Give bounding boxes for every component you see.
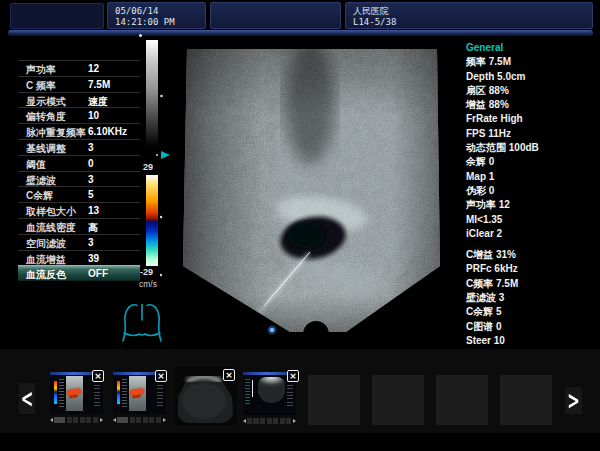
parameter-row-threshold[interactable]: 阈值 0 bbox=[18, 155, 140, 171]
filmstrip-frames bbox=[54, 417, 99, 423]
info-line-c-frequency: C频率 7.5M bbox=[466, 277, 598, 291]
chevron-left-icon: < bbox=[21, 384, 34, 413]
grayscale-top-marker bbox=[139, 34, 142, 37]
graymap-marker-dot bbox=[156, 154, 158, 156]
parameter-row-display-mode[interactable]: 显示模式 速度 bbox=[18, 92, 140, 108]
close-thumbnail-3-button[interactable]: × bbox=[223, 369, 235, 381]
empty-thumbnail-slot-1 bbox=[308, 375, 360, 425]
parameter-value: 7.5M bbox=[88, 79, 110, 90]
parameter-value: 6.10KHz bbox=[88, 126, 127, 137]
info-line-wall-filter: 壁滤波 3 bbox=[466, 291, 598, 305]
probe-model: L14-5/38 bbox=[353, 17, 396, 28]
thumbnail-colorbar bbox=[54, 381, 57, 404]
patient-info-box bbox=[210, 2, 341, 29]
velocity-unit-label: cm/s bbox=[139, 279, 157, 289]
parameter-row-wall-filter[interactable]: 壁滤波 3 bbox=[18, 171, 140, 187]
thumbnail-colorbar bbox=[117, 381, 120, 404]
parameter-value: OFF bbox=[88, 268, 108, 279]
parameter-row-line-density[interactable]: 血流线密度 高 bbox=[18, 218, 140, 234]
info-line-map: Map 1 bbox=[466, 170, 598, 184]
info-line-iclear: iClear 2 bbox=[466, 227, 598, 241]
color-doppler-bar bbox=[146, 175, 158, 266]
filmstrip-frames bbox=[117, 417, 162, 423]
chevron-right-icon: > bbox=[567, 386, 580, 415]
info-line-acoustic-power: 声功率 12 bbox=[466, 198, 598, 212]
info-section-title: General bbox=[466, 41, 598, 55]
date-text: 05/06/14 bbox=[115, 6, 158, 17]
close-icon: × bbox=[225, 370, 233, 380]
parameter-row-flow-invert-selected[interactable]: 血流反色 OFF bbox=[18, 265, 140, 281]
time-text: 14:21:00 PM bbox=[115, 17, 175, 28]
empty-thumbnail-slot-2 bbox=[372, 375, 424, 425]
thumbnail-annotation-text bbox=[122, 379, 127, 407]
info-section-gap bbox=[466, 241, 598, 248]
info-line-fps: FPS 11Hz bbox=[466, 127, 598, 141]
parameter-value: 13 bbox=[88, 205, 99, 216]
ultrasound-workstation-screen: 05/06/14 14:21:00 PM 人民医院 L14-5/38 声功率 1… bbox=[0, 0, 600, 451]
info-line-prfc: PRFc 6kHz bbox=[466, 262, 598, 276]
info-line-persistence: 余辉 0 bbox=[466, 155, 598, 169]
parameter-value: 5 bbox=[88, 189, 94, 200]
parameter-row-spatial-filter[interactable]: 空间滤波 3 bbox=[18, 234, 140, 250]
info-line-c-map: C图谱 0 bbox=[466, 320, 598, 334]
velocity-max-label: 29 bbox=[143, 162, 153, 172]
info-line-frequency: 频率 7.5M bbox=[466, 55, 598, 69]
thumbnail-filmstrip bbox=[50, 416, 103, 424]
focus-marker bbox=[268, 326, 277, 335]
close-icon: × bbox=[289, 371, 297, 381]
info-line-sector: 扇区 88% bbox=[466, 84, 598, 98]
parameter-value: 10 bbox=[88, 110, 99, 121]
info-line-dynamic-range: 动态范围 100dB bbox=[466, 141, 598, 155]
info-line-c-gain: C增益 31% bbox=[466, 248, 598, 262]
close-thumbnail-2-button[interactable]: × bbox=[155, 370, 167, 382]
thumbnail-image-area bbox=[258, 377, 285, 403]
hospital-name: 人民医院 bbox=[353, 6, 389, 17]
close-icon: × bbox=[157, 371, 165, 381]
info-line-gain: 增益 88% bbox=[466, 98, 598, 112]
parameter-row-packet-size[interactable]: 取样包大小 13 bbox=[18, 202, 140, 218]
parameter-row-acoustic-power[interactable]: 声功率 12 bbox=[18, 60, 140, 76]
parameter-label: 血流反色 bbox=[26, 268, 66, 282]
parameter-value: 3 bbox=[88, 142, 94, 153]
filmstrip-frames bbox=[247, 418, 292, 424]
parameter-value: 12 bbox=[88, 63, 99, 74]
parameter-row-c-frequency[interactable]: C 频率 7.5M bbox=[18, 76, 140, 92]
info-line-depth: Depth 5.0cm bbox=[466, 70, 598, 84]
parameter-row-prf[interactable]: 脉冲重复频率 6.10KHz bbox=[18, 123, 140, 139]
doppler-flow-blob bbox=[69, 394, 78, 398]
logo-box bbox=[10, 3, 104, 29]
thumbnail-annotation-text bbox=[157, 378, 163, 408]
thumbnail-filmstrip bbox=[113, 416, 166, 424]
parameter-row-flow-gain[interactable]: 血流增益 39 bbox=[18, 250, 140, 266]
hospital-box: 人民医院 L14-5/38 bbox=[345, 2, 593, 29]
thumbnails-prev-button[interactable]: < bbox=[19, 383, 35, 414]
grayscale-bar bbox=[146, 40, 158, 155]
info-line-chroma: 伪彩 0 bbox=[466, 184, 598, 198]
thumbnail-filmstrip bbox=[243, 417, 296, 425]
close-icon: × bbox=[94, 371, 102, 381]
thumbnail-annotation-text bbox=[59, 379, 64, 407]
header-divider-strip bbox=[8, 30, 593, 36]
parameter-row-steer-angle[interactable]: 偏转角度 10 bbox=[18, 107, 140, 123]
parameter-row-c-persistence[interactable]: C余辉 5 bbox=[18, 186, 140, 202]
parameter-row-baseline[interactable]: 基线调整 3 bbox=[18, 139, 140, 155]
empty-thumbnail-slot-3 bbox=[436, 375, 488, 425]
ultrasound-image[interactable] bbox=[160, 40, 450, 340]
doppler-flow-blob bbox=[132, 394, 141, 398]
thumbnail-grayscale-bar bbox=[252, 380, 253, 397]
parameter-panel: 声功率 12 C 频率 7.5M 显示模式 速度 偏转角度 10 脉冲重复频率 … bbox=[18, 60, 140, 281]
info-line-steer: Steer 10 bbox=[466, 334, 598, 348]
close-thumbnail-4-button[interactable]: × bbox=[287, 370, 299, 382]
close-thumbnail-1-button[interactable]: × bbox=[92, 370, 104, 382]
info-line-mi: MI<1.35 bbox=[466, 213, 598, 227]
thumbnail-image-area bbox=[129, 376, 146, 411]
parameter-value: 39 bbox=[88, 253, 99, 264]
thumbnail-annotation-text bbox=[94, 378, 100, 408]
empty-thumbnail-slot-4 bbox=[500, 375, 552, 425]
thumbnails-next-button[interactable]: > bbox=[565, 387, 582, 414]
parameter-value: 3 bbox=[88, 174, 94, 185]
body-marker-icon bbox=[119, 300, 165, 350]
thumbnail-annotation-text bbox=[287, 378, 293, 408]
velocity-min-label: -29 bbox=[140, 267, 153, 277]
thumbnail-image-area bbox=[66, 376, 83, 411]
